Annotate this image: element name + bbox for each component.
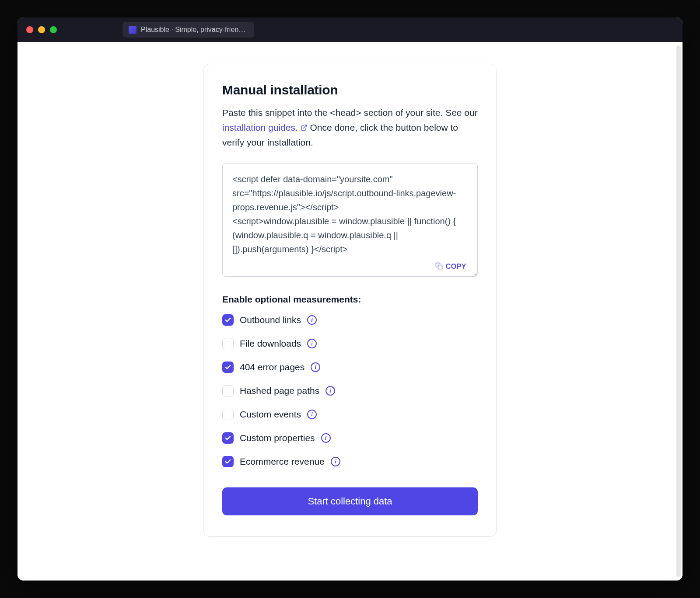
check-icon bbox=[224, 458, 231, 465]
external-link-icon bbox=[301, 121, 308, 136]
info-icon[interactable]: i bbox=[321, 433, 331, 443]
browser-window: Plausible · Simple, privacy-frien… Manua… bbox=[18, 17, 682, 581]
optional-measurements-heading: Enable optional measurements: bbox=[222, 294, 478, 305]
minimize-window-button[interactable] bbox=[38, 26, 45, 33]
option-row: 404 error pagesi bbox=[222, 362, 478, 373]
option-label: 404 error pages bbox=[240, 362, 304, 372]
copy-label: COPY bbox=[446, 263, 466, 271]
plausible-favicon bbox=[129, 26, 136, 34]
info-icon[interactable]: i bbox=[311, 362, 320, 372]
option-checkbox[interactable] bbox=[222, 338, 234, 349]
svg-rect-1 bbox=[438, 265, 442, 269]
info-icon[interactable]: i bbox=[307, 410, 317, 419]
option-label: Hashed page paths bbox=[240, 386, 319, 396]
browser-tab[interactable]: Plausible · Simple, privacy-frien… bbox=[122, 22, 254, 38]
option-checkbox[interactable] bbox=[222, 432, 234, 444]
option-checkbox[interactable] bbox=[222, 314, 234, 326]
option-row: Custom eventsi bbox=[222, 409, 478, 420]
info-icon[interactable]: i bbox=[331, 457, 340, 466]
options-list: Outbound linksiFile downloadsi404 error … bbox=[222, 314, 478, 467]
option-label: Outbound links bbox=[240, 315, 301, 325]
option-label: Custom properties bbox=[240, 433, 315, 443]
manual-installation-card: Manual installation Paste this snippet i… bbox=[203, 64, 497, 537]
info-icon[interactable]: i bbox=[307, 315, 317, 325]
tab-title: Plausible · Simple, privacy-frien… bbox=[141, 26, 245, 34]
snippet-textarea[interactable] bbox=[222, 163, 478, 277]
option-checkbox[interactable] bbox=[222, 385, 234, 396]
option-row: Outbound linksi bbox=[222, 314, 478, 326]
info-icon[interactable]: i bbox=[326, 386, 335, 396]
page-content: Manual installation Paste this snippet i… bbox=[18, 42, 682, 581]
copy-icon bbox=[435, 262, 443, 271]
option-checkbox[interactable] bbox=[222, 409, 234, 420]
snippet-container: COPY bbox=[222, 163, 478, 278]
start-collecting-button[interactable]: Start collecting data bbox=[222, 487, 478, 515]
traffic-lights bbox=[26, 26, 57, 33]
check-icon bbox=[224, 364, 231, 371]
option-row: Hashed page pathsi bbox=[222, 385, 478, 396]
card-title: Manual installation bbox=[222, 83, 478, 97]
installation-guides-link[interactable]: installation guides. bbox=[222, 122, 310, 132]
close-window-button[interactable] bbox=[26, 26, 33, 33]
intro-pre: Paste this snippet into the <head> secti… bbox=[222, 108, 478, 118]
option-row: Custom propertiesi bbox=[222, 432, 478, 444]
svg-line-0 bbox=[303, 125, 306, 128]
option-label: Ecommerce revenue bbox=[240, 456, 325, 467]
option-checkbox[interactable] bbox=[222, 362, 234, 373]
info-icon[interactable]: i bbox=[307, 339, 317, 348]
maximize-window-button[interactable] bbox=[50, 26, 57, 33]
option-label: Custom events bbox=[240, 409, 301, 420]
option-row: Ecommerce revenuei bbox=[222, 456, 478, 467]
copy-button[interactable]: COPY bbox=[434, 261, 468, 272]
vertical-scrollbar[interactable] bbox=[676, 45, 681, 577]
check-icon bbox=[224, 435, 231, 442]
titlebar: Plausible · Simple, privacy-frien… bbox=[18, 17, 682, 42]
option-label: File downloads bbox=[240, 338, 301, 349]
option-row: File downloadsi bbox=[222, 338, 478, 349]
intro-text: Paste this snippet into the <head> secti… bbox=[222, 105, 478, 150]
option-checkbox[interactable] bbox=[222, 456, 234, 467]
check-icon bbox=[224, 316, 231, 323]
